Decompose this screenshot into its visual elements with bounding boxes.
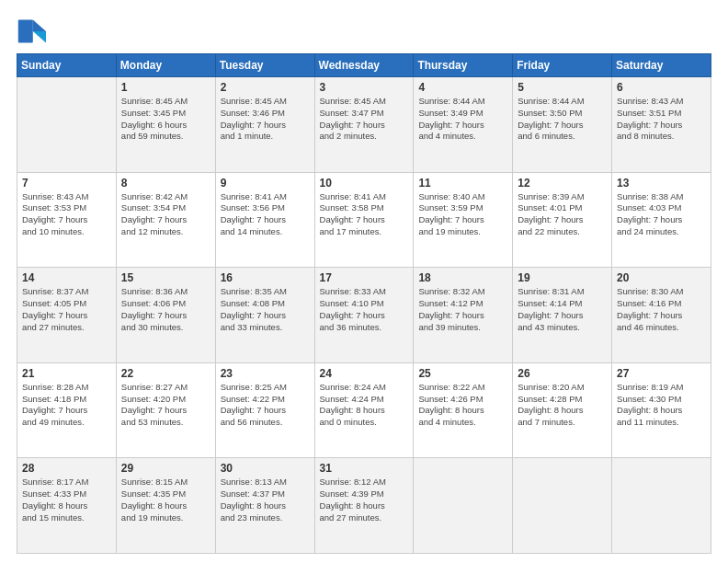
table-row: 14Sunrise: 8:37 AMSunset: 4:05 PMDayligh… <box>17 268 117 363</box>
day-number: 7 <box>22 177 111 190</box>
week-row-4: 21Sunrise: 8:28 AMSunset: 4:18 PMDayligh… <box>17 362 711 458</box>
day-number: 18 <box>418 271 507 284</box>
table-row: 7Sunrise: 8:43 AMSunset: 3:53 PMDaylight… <box>17 172 117 268</box>
day-number: 17 <box>320 271 409 284</box>
table-row: 21Sunrise: 8:28 AMSunset: 4:18 PMDayligh… <box>17 362 117 458</box>
day-info: Sunrise: 8:40 AMSunset: 3:59 PMDaylight:… <box>418 191 507 238</box>
day-info: Sunrise: 8:45 AMSunset: 3:47 PMDaylight:… <box>320 96 409 143</box>
day-number: 31 <box>320 462 409 475</box>
day-number: 8 <box>121 177 210 190</box>
week-row-2: 7Sunrise: 8:43 AMSunset: 3:53 PMDaylight… <box>17 172 711 268</box>
day-number: 2 <box>221 81 310 94</box>
table-row: 23Sunrise: 8:25 AMSunset: 4:22 PMDayligh… <box>215 362 314 458</box>
svg-marker-1 <box>33 31 46 42</box>
day-info: Sunrise: 8:20 AMSunset: 4:28 PMDaylight:… <box>518 382 607 429</box>
day-number: 29 <box>121 462 210 475</box>
col-tuesday: Tuesday <box>215 54 314 77</box>
table-row: 28Sunrise: 8:17 AMSunset: 4:33 PMDayligh… <box>17 458 117 554</box>
table-row: 15Sunrise: 8:36 AMSunset: 4:06 PMDayligh… <box>116 268 215 363</box>
col-saturday: Saturday <box>612 54 711 77</box>
logo-icon <box>17 17 46 46</box>
col-monday: Monday <box>116 54 215 77</box>
table-row: 9Sunrise: 8:41 AMSunset: 3:56 PMDaylight… <box>215 172 314 268</box>
table-row: 3Sunrise: 8:45 AMSunset: 3:47 PMDaylight… <box>314 77 414 173</box>
day-number: 9 <box>221 177 310 190</box>
table-row: 19Sunrise: 8:31 AMSunset: 4:14 PMDayligh… <box>513 268 612 363</box>
table-row <box>414 458 513 554</box>
table-row: 10Sunrise: 8:41 AMSunset: 3:58 PMDayligh… <box>314 172 414 268</box>
table-row: 26Sunrise: 8:20 AMSunset: 4:28 PMDayligh… <box>513 362 612 458</box>
header <box>17 17 711 46</box>
week-row-1: 1Sunrise: 8:45 AMSunset: 3:45 PMDaylight… <box>17 77 711 173</box>
day-info: Sunrise: 8:31 AMSunset: 4:14 PMDaylight:… <box>518 286 607 333</box>
table-row <box>17 77 117 173</box>
day-info: Sunrise: 8:15 AMSunset: 4:35 PMDaylight:… <box>121 477 210 523</box>
table-row: 17Sunrise: 8:33 AMSunset: 4:10 PMDayligh… <box>314 268 414 363</box>
day-number: 22 <box>121 367 210 380</box>
day-info: Sunrise: 8:25 AMSunset: 4:22 PMDaylight:… <box>221 382 310 429</box>
day-info: Sunrise: 8:38 AMSunset: 4:03 PMDaylight:… <box>617 191 706 238</box>
col-friday: Friday <box>513 54 612 77</box>
day-info: Sunrise: 8:13 AMSunset: 4:37 PMDaylight:… <box>221 477 310 523</box>
day-number: 23 <box>221 367 310 380</box>
day-number: 14 <box>22 271 111 284</box>
day-number: 11 <box>418 177 507 190</box>
day-number: 1 <box>121 81 210 94</box>
day-number: 16 <box>221 271 310 284</box>
day-info: Sunrise: 8:22 AMSunset: 4:26 PMDaylight:… <box>418 382 507 429</box>
table-row: 2Sunrise: 8:45 AMSunset: 3:46 PMDaylight… <box>215 77 314 173</box>
day-info: Sunrise: 8:44 AMSunset: 3:50 PMDaylight:… <box>518 96 607 143</box>
day-info: Sunrise: 8:36 AMSunset: 4:06 PMDaylight:… <box>121 286 210 333</box>
day-info: Sunrise: 8:41 AMSunset: 3:58 PMDaylight:… <box>320 191 409 238</box>
page: Sunday Monday Tuesday Wednesday Thursday… <box>0 0 728 563</box>
table-row: 20Sunrise: 8:30 AMSunset: 4:16 PMDayligh… <box>612 268 711 363</box>
day-number: 27 <box>617 367 706 380</box>
day-info: Sunrise: 8:43 AMSunset: 3:53 PMDaylight:… <box>22 191 111 238</box>
day-number: 28 <box>22 462 111 475</box>
table-row: 16Sunrise: 8:35 AMSunset: 4:08 PMDayligh… <box>215 268 314 363</box>
table-row: 8Sunrise: 8:42 AMSunset: 3:54 PMDaylight… <box>116 172 215 268</box>
day-info: Sunrise: 8:37 AMSunset: 4:05 PMDaylight:… <box>22 286 111 333</box>
table-row: 24Sunrise: 8:24 AMSunset: 4:24 PMDayligh… <box>314 362 414 458</box>
day-number: 4 <box>418 81 507 94</box>
day-info: Sunrise: 8:28 AMSunset: 4:18 PMDaylight:… <box>22 382 111 429</box>
day-number: 6 <box>617 81 706 94</box>
table-row: 4Sunrise: 8:44 AMSunset: 3:49 PMDaylight… <box>414 77 513 173</box>
day-info: Sunrise: 8:44 AMSunset: 3:49 PMDaylight:… <box>418 96 507 143</box>
table-row: 22Sunrise: 8:27 AMSunset: 4:20 PMDayligh… <box>116 362 215 458</box>
day-number: 30 <box>221 462 310 475</box>
day-info: Sunrise: 8:33 AMSunset: 4:10 PMDaylight:… <box>320 286 409 333</box>
table-row: 27Sunrise: 8:19 AMSunset: 4:30 PMDayligh… <box>612 362 711 458</box>
table-row: 1Sunrise: 8:45 AMSunset: 3:45 PMDaylight… <box>116 77 215 173</box>
day-info: Sunrise: 8:39 AMSunset: 4:01 PMDaylight:… <box>518 191 607 238</box>
day-number: 26 <box>518 367 607 380</box>
day-info: Sunrise: 8:30 AMSunset: 4:16 PMDaylight:… <box>617 286 706 333</box>
table-row: 6Sunrise: 8:43 AMSunset: 3:51 PMDaylight… <box>612 77 711 173</box>
day-number: 12 <box>518 177 607 190</box>
calendar-table: Sunday Monday Tuesday Wednesday Thursday… <box>17 53 711 554</box>
day-info: Sunrise: 8:32 AMSunset: 4:12 PMDaylight:… <box>418 286 507 333</box>
day-number: 20 <box>617 271 706 284</box>
table-row: 25Sunrise: 8:22 AMSunset: 4:26 PMDayligh… <box>414 362 513 458</box>
day-number: 15 <box>121 271 210 284</box>
day-number: 24 <box>320 367 409 380</box>
table-row: 30Sunrise: 8:13 AMSunset: 4:37 PMDayligh… <box>215 458 314 554</box>
table-row: 31Sunrise: 8:12 AMSunset: 4:39 PMDayligh… <box>314 458 414 554</box>
table-row: 11Sunrise: 8:40 AMSunset: 3:59 PMDayligh… <box>414 172 513 268</box>
day-number: 3 <box>320 81 409 94</box>
col-wednesday: Wednesday <box>314 54 414 77</box>
day-info: Sunrise: 8:45 AMSunset: 3:46 PMDaylight:… <box>221 96 310 143</box>
day-info: Sunrise: 8:43 AMSunset: 3:51 PMDaylight:… <box>617 96 706 143</box>
day-info: Sunrise: 8:41 AMSunset: 3:56 PMDaylight:… <box>221 191 310 238</box>
table-row: 29Sunrise: 8:15 AMSunset: 4:35 PMDayligh… <box>116 458 215 554</box>
day-number: 25 <box>418 367 507 380</box>
table-row <box>513 458 612 554</box>
logo <box>17 17 50 46</box>
table-row: 12Sunrise: 8:39 AMSunset: 4:01 PMDayligh… <box>513 172 612 268</box>
header-row: Sunday Monday Tuesday Wednesday Thursday… <box>17 54 711 77</box>
day-info: Sunrise: 8:45 AMSunset: 3:45 PMDaylight:… <box>121 96 210 143</box>
table-row: 5Sunrise: 8:44 AMSunset: 3:50 PMDaylight… <box>513 77 612 173</box>
day-number: 5 <box>518 81 607 94</box>
day-info: Sunrise: 8:24 AMSunset: 4:24 PMDaylight:… <box>320 382 409 429</box>
table-row <box>612 458 711 554</box>
